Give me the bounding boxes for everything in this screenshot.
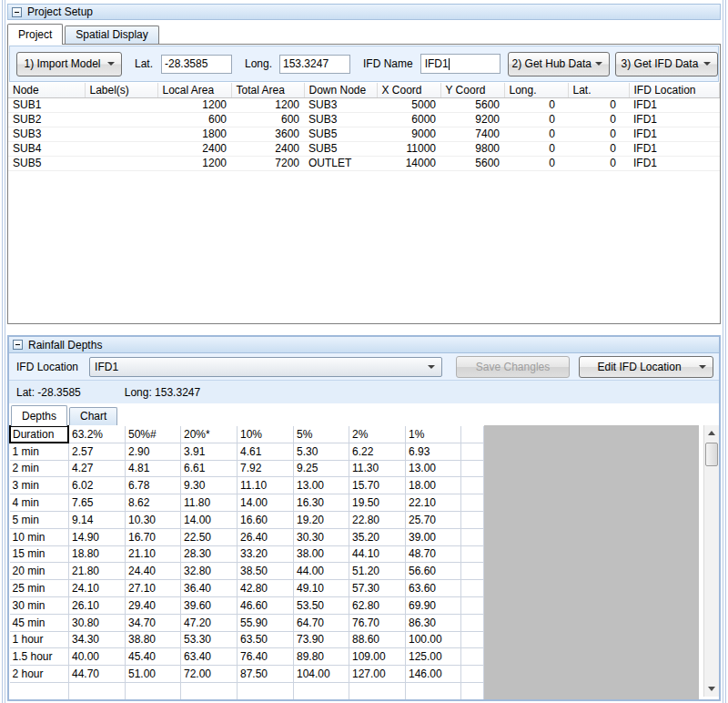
column-header[interactable]: Y Coord <box>440 83 504 97</box>
vertical-scrollbar[interactable] <box>703 425 719 697</box>
cell[interactable] <box>238 682 294 699</box>
cell[interactable]: 11.30 <box>349 460 406 477</box>
column-header[interactable]: Duration <box>10 426 69 443</box>
cell[interactable]: 3600 <box>231 127 304 141</box>
cell[interactable]: 29.40 <box>126 596 181 614</box>
cell[interactable]: 0 <box>568 141 629 156</box>
cell[interactable]: 0 <box>504 141 568 156</box>
column-header[interactable]: Label(s) <box>85 83 157 97</box>
cell[interactable]: 9.25 <box>294 460 349 477</box>
cell[interactable]: IFD1 <box>629 156 720 170</box>
cell[interactable] <box>461 563 484 580</box>
column-header[interactable]: Node <box>8 83 85 97</box>
cell[interactable]: 2 min <box>10 460 69 477</box>
cell[interactable]: 15.70 <box>349 477 406 494</box>
cell[interactable]: 53.30 <box>181 631 238 648</box>
cell[interactable]: SUB3 <box>8 127 85 141</box>
cell[interactable] <box>85 97 157 112</box>
column-header[interactable]: 63.2% <box>69 426 126 443</box>
cell[interactable]: 9000 <box>377 127 440 141</box>
cell[interactable]: 7400 <box>440 127 504 141</box>
cell[interactable]: 27.10 <box>126 580 181 597</box>
cell[interactable]: 1.5 hour <box>10 648 69 666</box>
cell[interactable]: 7.92 <box>238 460 294 477</box>
cell[interactable]: 9.30 <box>181 477 238 494</box>
cell[interactable]: SUB3 <box>304 97 377 112</box>
cell[interactable]: 33.20 <box>238 545 294 563</box>
cell[interactable]: 19.20 <box>294 511 349 528</box>
cell[interactable]: 62.80 <box>349 596 406 614</box>
cell[interactable]: 39.60 <box>181 596 238 614</box>
cell[interactable] <box>126 682 181 699</box>
column-header[interactable]: Total Area <box>231 83 304 97</box>
cell[interactable]: 38.50 <box>238 563 294 580</box>
cell[interactable]: 3.91 <box>181 443 238 460</box>
cell[interactable]: 8.62 <box>126 494 181 512</box>
cell[interactable]: 14.00 <box>238 494 294 512</box>
cell[interactable]: 4 min <box>10 494 69 512</box>
cell[interactable]: 104.00 <box>294 666 349 683</box>
cell[interactable]: 19.50 <box>349 494 406 512</box>
cell[interactable]: 600 <box>231 112 304 127</box>
cell[interactable]: 4.81 <box>126 460 181 477</box>
cell[interactable]: 20 min <box>10 563 69 580</box>
cell[interactable] <box>461 580 484 597</box>
column-header[interactable]: Local Area <box>157 83 231 97</box>
cell[interactable]: 57.30 <box>349 580 406 597</box>
cell[interactable]: 0 <box>504 156 568 170</box>
cell[interactable]: 21.80 <box>69 563 126 580</box>
cell[interactable]: 6.78 <box>126 477 181 494</box>
cell[interactable]: IFD1 <box>629 127 720 141</box>
get-hub-data-button[interactable]: 2) Get Hub Data <box>508 52 610 76</box>
cell[interactable]: 10 min <box>10 528 69 545</box>
cell[interactable]: 28.30 <box>181 545 238 563</box>
cell[interactable]: 13.00 <box>406 460 461 477</box>
cell[interactable] <box>461 443 484 460</box>
import-model-button[interactable]: 1) Import Model <box>16 52 122 76</box>
cell[interactable]: 36.40 <box>181 580 238 597</box>
column-header[interactable]: 50%# <box>126 426 181 443</box>
cell[interactable]: 10.30 <box>126 511 181 528</box>
tab-spatial-display[interactable]: Spatial Display <box>65 25 158 44</box>
cell[interactable]: 7200 <box>231 156 304 170</box>
column-header[interactable]: X Coord <box>377 83 440 97</box>
cell[interactable]: 1200 <box>157 97 231 112</box>
ifd-location-combobox[interactable]: IFD1 <box>89 357 442 377</box>
cell[interactable]: 26.40 <box>238 528 294 545</box>
cell[interactable]: 127.00 <box>349 666 406 683</box>
cell[interactable]: 14.90 <box>69 528 126 545</box>
cell[interactable]: 6.93 <box>406 443 461 460</box>
cell[interactable] <box>69 682 126 699</box>
cell[interactable] <box>461 648 484 666</box>
cell[interactable]: 6.22 <box>349 443 406 460</box>
cell[interactable]: 38.80 <box>126 631 181 648</box>
cell[interactable]: 34.70 <box>126 614 181 631</box>
column-header[interactable]: 10% <box>238 426 294 443</box>
cell[interactable]: 30 min <box>10 596 69 614</box>
cell[interactable]: 44.00 <box>294 563 349 580</box>
cell[interactable]: 89.80 <box>294 648 349 666</box>
column-header[interactable]: 1% <box>406 426 461 443</box>
cell[interactable] <box>461 596 484 614</box>
cell[interactable]: 9.14 <box>69 511 126 528</box>
lat-input[interactable] <box>161 55 232 74</box>
cell[interactable]: SUB4 <box>8 141 85 156</box>
cell[interactable]: 44.70 <box>69 666 126 683</box>
cell[interactable]: 22.50 <box>181 528 238 545</box>
cell[interactable] <box>461 460 484 477</box>
cell[interactable] <box>406 682 461 699</box>
cell[interactable]: 44.10 <box>349 545 406 563</box>
tab-chart[interactable]: Chart <box>69 407 117 425</box>
cell[interactable]: 16.30 <box>294 494 349 512</box>
cell[interactable]: 109.00 <box>349 648 406 666</box>
cell[interactable]: 0 <box>568 97 629 112</box>
cell[interactable]: 2400 <box>231 141 304 156</box>
column-header[interactable]: Down Node <box>304 83 377 97</box>
cell[interactable]: 51.20 <box>349 563 406 580</box>
cell[interactable]: 6.02 <box>69 477 126 494</box>
cell[interactable]: 32.80 <box>181 563 238 580</box>
cell[interactable] <box>85 127 157 141</box>
cell[interactable] <box>461 666 484 683</box>
scroll-up-button[interactable] <box>704 425 719 441</box>
cell[interactable]: 76.70 <box>349 614 406 631</box>
